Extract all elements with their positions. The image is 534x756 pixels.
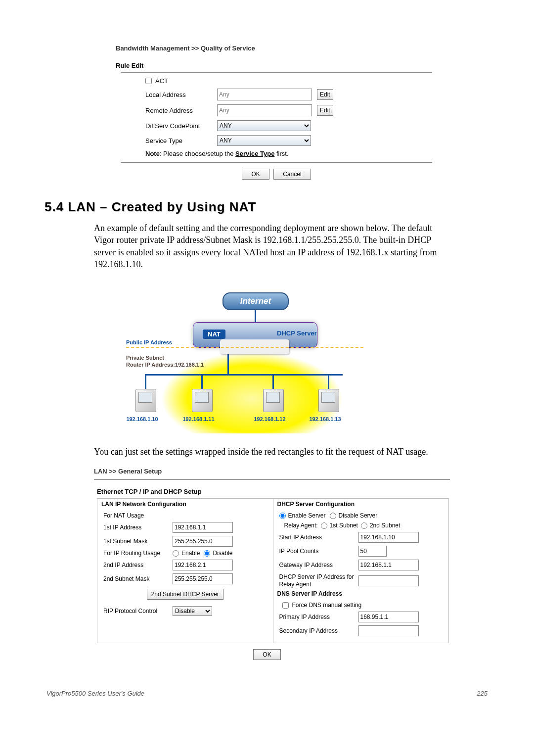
ip2-label: 2nd IP Address — [101, 562, 173, 568]
start-ip-label: Start IP Address — [277, 534, 358, 541]
page-number: 225 — [477, 690, 488, 697]
breadcrumb: Bandwidth Management >> Quality of Servi… — [116, 45, 490, 52]
force-dns-label: Force DNS manual setting — [292, 602, 362, 609]
pool-input[interactable] — [358, 546, 387, 557]
relay-1st-radio[interactable] — [321, 522, 327, 529]
primary-ip-input[interactable] — [358, 612, 419, 622]
lan-setup-panel: LAN IP Network Configuration For NAT Usa… — [97, 498, 449, 643]
act-checkbox[interactable] — [145, 78, 152, 84]
relay-1st-label: 1st Subnet — [330, 522, 358, 529]
diffserv-select[interactable]: ANY — [217, 120, 311, 131]
pc-icon — [318, 389, 339, 412]
disable-server-label: Disable Server — [339, 512, 378, 519]
network-diagram: Internet NAT DHCP Server Public IP Addre… — [99, 280, 381, 433]
ip1-input[interactable] — [173, 522, 233, 533]
enable-label: Enable — [181, 550, 200, 557]
secondary-ip-label: Secondary IP Address — [277, 627, 358, 634]
paragraph-1: An example of default setting and the co… — [94, 222, 450, 270]
breadcrumb-2: LAN >> General Setup — [94, 468, 490, 475]
relay-2nd-label: 2nd Subnet — [370, 522, 400, 529]
nat-label: NAT — [203, 330, 225, 339]
dns-header: DNS Server IP Address — [277, 590, 445, 597]
dhcp-label: DHCP Server — [277, 330, 317, 337]
service-type-link[interactable]: Service Type — [235, 150, 274, 157]
remote-address-input[interactable] — [217, 104, 312, 116]
ip1-label: 1st IP Address — [101, 524, 173, 531]
routing-disable-radio[interactable] — [204, 550, 210, 557]
mask1-label: 1st Subnet Mask — [101, 538, 173, 545]
service-type-label: Service Type — [145, 137, 217, 144]
force-dns-checkbox[interactable] — [282, 602, 289, 609]
ok-button-2[interactable]: OK — [253, 649, 280, 660]
secondary-ip-input[interactable] — [358, 625, 419, 636]
relay-label: Relay Agent: — [284, 522, 318, 529]
pc-icon — [192, 389, 213, 412]
local-address-input[interactable] — [217, 89, 312, 100]
dhcp-config-header: DHCP Server Configuration — [277, 501, 445, 508]
rule-edit-panel: ACT Local Address Edit Remote Address Ed… — [121, 72, 432, 163]
local-address-label: Local Address — [145, 91, 217, 98]
ip2-input[interactable] — [173, 560, 233, 570]
mask1-input[interactable] — [173, 536, 233, 547]
pc-icon — [135, 389, 156, 412]
diffserv-label: DiffServ CodePoint — [145, 122, 217, 130]
pc-icon — [263, 389, 284, 412]
start-ip-input[interactable] — [358, 532, 419, 543]
remote-address-label: Remote Address — [145, 107, 217, 114]
pc2-ip: 192.168.1.11 — [180, 416, 217, 422]
service-type-select[interactable]: ANY — [217, 135, 311, 146]
section-heading: 5.4 LAN – Created by Using NAT — [44, 199, 490, 215]
enable-server-radio[interactable] — [279, 513, 286, 519]
disable-label: Disable — [213, 550, 232, 557]
gateway-input[interactable] — [358, 560, 419, 570]
enable-server-label: Enable Server — [288, 512, 326, 519]
lan-config-header: LAN IP Network Configuration — [101, 501, 269, 508]
rip-label: RIP Protocol Control — [101, 608, 173, 614]
disable-server-radio[interactable] — [330, 513, 336, 519]
routing-label: For IP Routing Usage — [101, 550, 173, 557]
edit-local-button[interactable]: Edit — [317, 89, 333, 100]
rule-edit-title: Rule Edit — [116, 62, 490, 69]
pool-label: IP Pool Counts — [277, 548, 358, 555]
private-subnet-label: Private SubnetRouter IP Address:192.168.… — [126, 354, 204, 369]
gateway-label: Gateway IP Address — [277, 562, 358, 568]
cancel-button[interactable]: Cancel — [273, 169, 311, 180]
internet-box: Internet — [222, 292, 289, 310]
relay-2nd-radio[interactable] — [361, 522, 367, 529]
panel2-title: Ethernet TCP / IP and DHCP Setup — [97, 488, 490, 495]
rip-select[interactable]: Disable — [173, 606, 212, 616]
mask2-input[interactable] — [173, 573, 233, 584]
public-ip-label: Public IP Address — [126, 339, 172, 345]
primary-ip-label: Primary IP Address — [277, 614, 358, 620]
act-label: ACT — [155, 77, 168, 85]
ok-button[interactable]: OK — [242, 169, 269, 180]
edit-remote-button[interactable]: Edit — [317, 105, 333, 116]
for-nat-label: For NAT Usage — [101, 511, 269, 520]
second-subnet-dhcp-button[interactable]: 2nd Subnet DHCP Server — [147, 589, 223, 600]
footer-left: VigorPro5500 Series User's Guide — [46, 690, 144, 697]
routing-enable-radio[interactable] — [173, 550, 179, 557]
divider — [94, 479, 450, 480]
mask2-label: 2nd Subnet Mask — [101, 575, 173, 582]
paragraph-2: You can just set the settings wrapped in… — [94, 446, 450, 458]
note-row: Note: Please choose/setup the Service Ty… — [121, 148, 432, 159]
pc3-ip: 192.168.1.12 — [251, 416, 288, 422]
dhcp-relay-ip-label: DHCP Server IP Address for Relay Agent — [277, 573, 358, 588]
dhcp-relay-ip-input[interactable] — [358, 575, 419, 586]
pc1-ip: 192.168.1.10 — [124, 416, 161, 422]
pc4-ip: 192.168.1.13 — [307, 416, 344, 422]
